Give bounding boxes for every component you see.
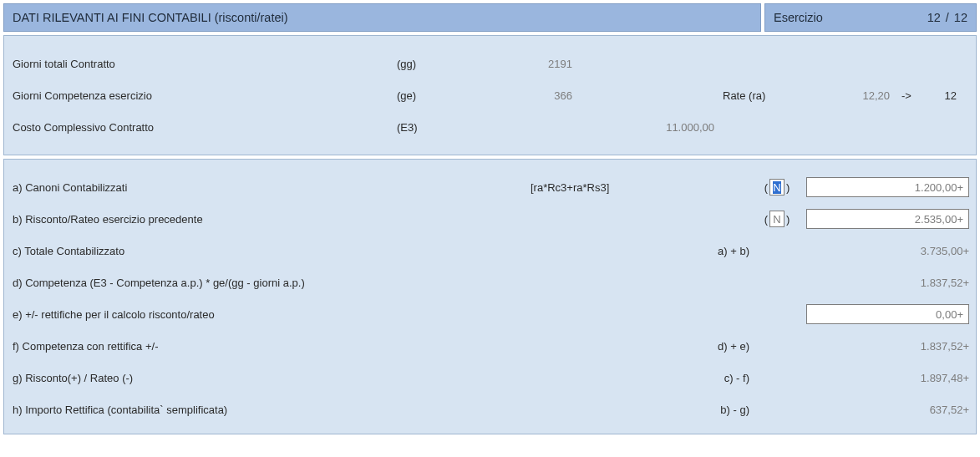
calc-label: e) +/- rettifiche per il calcolo riscont…	[13, 308, 531, 321]
calc-value: 1.837,52+	[921, 277, 969, 289]
calc-value: 1.837,52+	[921, 340, 969, 353]
calc-row-b: b) Risconto/Rateo esercizio precedente (…	[13, 203, 967, 235]
paren-right: )	[786, 213, 790, 226]
summary-row: Giorni totali Contratto (gg) 2191	[13, 48, 967, 79]
calc-label: c) Totale Contabilizzato	[13, 245, 531, 257]
calc-row-c: c) Totale Contabilizzato a) + b) 3.735,0…	[13, 235, 967, 267]
calc-formula: [ra*Rc3+ra*Rs3]	[531, 181, 673, 194]
calc-label: h) Importo Rettifica (contabilita` sempl…	[13, 404, 531, 416]
flag-input-b[interactable]	[769, 211, 785, 227]
esercizio-current: 12	[927, 11, 941, 24]
esercizio-header: Esercizio 12 / 12	[764, 3, 977, 32]
summary-code: (E3)	[397, 121, 464, 134]
calc-label: b) Risconto/Rateo esercizio precedente	[13, 213, 531, 226]
rate-label: Rate (ra)	[723, 89, 798, 102]
paren-right: )	[786, 181, 790, 194]
calc-row-a: a) Canoni Contabilizzati [ra*Rc3+ra*Rs3]…	[13, 171, 967, 203]
summary-row: Giorni Competenza esercizio (ge) 366 Rat…	[13, 79, 967, 111]
summary-section: Giorni totali Contratto (gg) 2191 Giorni…	[3, 35, 977, 155]
value-input-a[interactable]	[806, 177, 969, 197]
calc-value: 3.735,00+	[921, 245, 969, 257]
calc-label: d) Competenza (E3 - Competenza a.p.) * g…	[13, 277, 531, 289]
calc-row-d: d) Competenza (E3 - Competenza a.p.) * g…	[13, 267, 967, 298]
accounting-panel: DATI RILEVANTI AI FINI CONTABILI (riscon…	[3, 3, 977, 434]
summary-label: Giorni totali Contratto	[13, 58, 397, 70]
calc-value: 1.897,48+	[921, 372, 969, 384]
summary-label: Costo Complessivo Contratto	[13, 121, 397, 134]
summary-code: (gg)	[397, 58, 464, 70]
section-title: DATI RILEVANTI AI FINI CONTABILI (riscon…	[13, 11, 288, 24]
summary-code: (ge)	[397, 89, 464, 102]
calc-eq: c) - f)	[673, 372, 756, 384]
arrow-icon: ->	[890, 89, 923, 102]
summary-value2: 11.000,00	[597, 121, 723, 134]
section-header: DATI RILEVANTI AI FINI CONTABILI (riscon…	[3, 3, 761, 32]
paren-left: (	[764, 181, 768, 194]
esercizio-slash: /	[946, 11, 949, 24]
value-input-e[interactable]	[806, 304, 969, 324]
flag-input-a[interactable]	[769, 179, 785, 195]
calc-eq: d) + e)	[673, 340, 756, 353]
rate-value: 12,20	[798, 89, 890, 102]
summary-label: Giorni Competenza esercizio	[13, 89, 397, 102]
calc-value: 637,52+	[930, 404, 969, 416]
summary-row: Costo Complessivo Contratto (E3) 11.000,…	[13, 111, 967, 143]
calc-row-h: h) Importo Rettifica (contabilita` sempl…	[13, 394, 967, 425]
flag-cell: ( )	[756, 179, 798, 195]
calc-eq: a) + b)	[673, 245, 756, 257]
esercizio-total: 12	[954, 11, 967, 24]
rate-int: 12	[923, 89, 957, 102]
calc-section: a) Canoni Contabilizzati [ra*Rc3+ra*Rs3]…	[3, 159, 977, 434]
calc-eq: b) - g)	[673, 404, 756, 416]
calc-label: a) Canoni Contabilizzati	[13, 181, 531, 194]
calc-row-f: f) Competenza con rettifica +/- d) + e) …	[13, 330, 967, 362]
summary-value: 2191	[464, 58, 597, 70]
paren-left: (	[764, 213, 768, 226]
calc-label: g) Risconto(+) / Rateo (-)	[13, 372, 531, 384]
esercizio-label: Esercizio	[774, 11, 823, 24]
value-input-b[interactable]	[806, 209, 969, 229]
calc-label: f) Competenza con rettifica +/-	[13, 340, 531, 353]
summary-value: 366	[464, 89, 597, 102]
flag-cell: ( )	[756, 211, 798, 227]
calc-row-e: e) +/- rettifiche per il calcolo riscont…	[13, 298, 967, 330]
calc-row-g: g) Risconto(+) / Rateo (-) c) - f) 1.897…	[13, 362, 967, 394]
